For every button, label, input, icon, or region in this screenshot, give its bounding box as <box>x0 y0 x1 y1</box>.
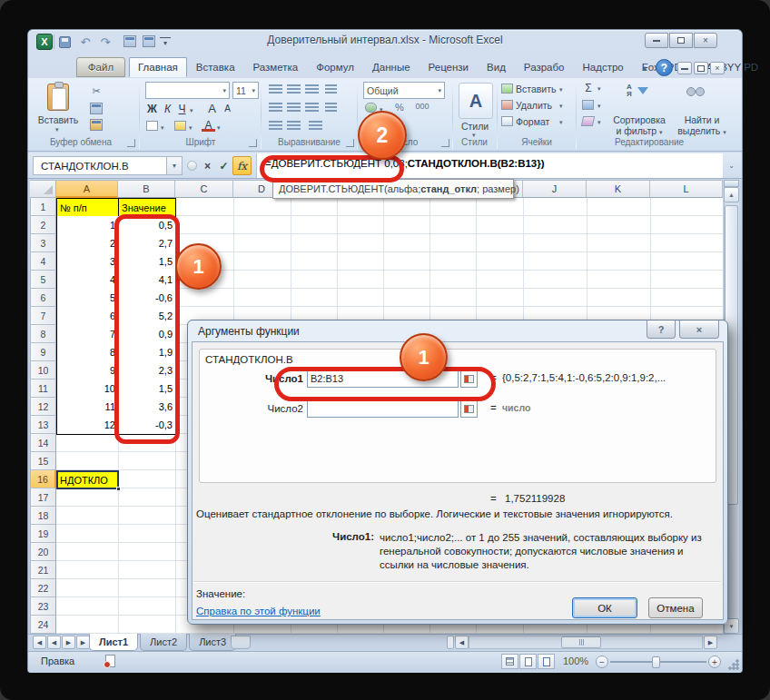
insert-function-button[interactable]: fx <box>232 156 252 175</box>
increase-indent-icon[interactable] <box>287 121 301 131</box>
dialog-close-button[interactable]: × <box>679 320 719 339</box>
orientation-icon[interactable] <box>325 84 337 94</box>
row-header-24[interactable]: 24 <box>30 616 56 634</box>
hscroll-right-button[interactable]: ▶ <box>704 636 717 649</box>
grow-font-button[interactable]: А <box>205 102 219 115</box>
fill-color-icon[interactable] <box>174 121 186 131</box>
cancel-button[interactable]: Отмена <box>648 597 703 618</box>
fill-icon[interactable] <box>582 100 594 110</box>
format-cells-icon[interactable] <box>501 116 513 126</box>
borders-caret-icon[interactable]: ▾ <box>161 124 164 132</box>
align-center-icon[interactable] <box>287 103 301 113</box>
tab-разрабо[interactable]: Разрабо <box>515 57 574 77</box>
tab-рецензи[interactable]: Рецензи <box>420 57 478 77</box>
page-layout-view-button[interactable] <box>519 654 537 669</box>
align-top-icon[interactable] <box>269 84 282 94</box>
tab-split-handle[interactable] <box>447 636 454 649</box>
clipboard-dialog-launcher[interactable] <box>127 139 135 147</box>
row-header-19[interactable]: 19 <box>30 525 56 543</box>
collapse-ribbon-icon[interactable]: ▲ <box>637 62 652 74</box>
styles-button[interactable]: Стили <box>454 121 496 132</box>
delete-cells-caret-icon[interactable]: ▾ <box>559 103 563 110</box>
tab-file[interactable]: Файл <box>76 57 125 77</box>
last-sheet-button[interactable]: ▶ <box>76 636 90 649</box>
merge-center-icon[interactable] <box>325 103 337 113</box>
column-header-K[interactable]: K <box>587 180 650 198</box>
page-break-view-button[interactable] <box>538 654 555 669</box>
percent-style-icon[interactable]: % <box>392 102 407 113</box>
cell-a6[interactable]: 5 <box>56 289 119 308</box>
row-header-21[interactable]: 21 <box>30 561 56 579</box>
next-sheet-button[interactable]: ▶ <box>62 636 75 649</box>
underline-caret-icon[interactable]: ▾ <box>190 107 193 114</box>
sheet-tab-лист2[interactable]: Лист2 <box>140 634 187 651</box>
workbook-close-button[interactable]: × <box>710 62 725 74</box>
tab-главная[interactable]: Главная <box>129 57 187 77</box>
font-dialog-launcher[interactable] <box>249 139 257 147</box>
row-header-16[interactable]: 16 <box>30 470 56 488</box>
row-header-4[interactable]: 4 <box>30 252 56 271</box>
tab-вид[interactable]: Вид <box>478 57 515 77</box>
underline-button[interactable]: Ч <box>175 103 189 115</box>
comma-style-icon[interactable]: 000 <box>410 102 434 111</box>
row-header-5[interactable]: 5 <box>30 271 56 289</box>
cell-a1[interactable]: № п/п <box>56 198 119 217</box>
row-header-2[interactable]: 2 <box>30 216 56 234</box>
insert-cells-button[interactable]: Вставить <box>516 84 558 94</box>
row-header-13[interactable]: 13 <box>30 416 56 434</box>
select-all-corner[interactable] <box>30 180 56 198</box>
column-header-L[interactable]: L <box>650 180 723 198</box>
cell-a4[interactable]: 3 <box>56 252 119 271</box>
row-header-9[interactable]: 9 <box>30 343 56 361</box>
bold-button[interactable]: Ж <box>145 103 159 115</box>
sheet-tab-лист3[interactable]: Лист3 <box>189 634 236 651</box>
row-header-8[interactable]: 8 <box>30 325 56 343</box>
hscroll-left-button[interactable]: ◀ <box>455 636 469 649</box>
cell-a13[interactable]: 12 <box>56 416 119 435</box>
row-header-3[interactable]: 3 <box>30 234 56 252</box>
row-header-17[interactable]: 17 <box>30 488 56 507</box>
ok-button[interactable]: ОК <box>572 597 637 618</box>
column-header-J[interactable]: J <box>523 180 587 198</box>
cell-a9[interactable]: 8 <box>56 343 119 362</box>
format-painter-icon[interactable] <box>90 119 103 131</box>
name-box-dropdown[interactable]: ▼ <box>167 156 183 175</box>
cell-a10[interactable]: 9 <box>56 361 119 380</box>
workbook-minimize-button[interactable] <box>677 62 692 74</box>
cancel-entry-button[interactable]: × <box>200 156 215 175</box>
format-cells-button[interactable]: Формат <box>516 116 558 127</box>
arg2-range-picker-button[interactable] <box>460 399 478 418</box>
macro-record-icon[interactable] <box>105 655 115 667</box>
number-format-combo[interactable]: Общий▾ <box>363 82 445 99</box>
insert-worksheet-tab[interactable] <box>231 636 251 649</box>
number-dialog-launcher[interactable] <box>441 139 449 147</box>
sort-filter-icon[interactable]: АЯ <box>627 84 632 98</box>
paste-caret-icon[interactable]: ▾ <box>55 126 59 133</box>
align-middle-icon[interactable] <box>287 84 301 94</box>
minimize-button[interactable] <box>645 33 668 48</box>
cut-icon[interactable]: ✂ <box>89 85 104 97</box>
paste-button[interactable]: Вставить <box>35 114 82 125</box>
enter-entry-button[interactable]: ✓ <box>216 156 232 175</box>
decrease-indent-icon[interactable] <box>269 121 282 131</box>
row-header-14[interactable]: 14 <box>30 434 56 452</box>
dialog-help-link[interactable]: Справка по этой функции <box>196 606 321 616</box>
column-header-B[interactable]: B <box>118 180 175 198</box>
insert-cells-icon[interactable] <box>501 84 513 94</box>
align-right-icon[interactable] <box>305 103 319 113</box>
tab-данные[interactable]: Данные <box>363 57 420 77</box>
expand-formula-bar-icon[interactable]: ⌄ <box>725 156 738 175</box>
row-header-7[interactable]: 7 <box>30 307 56 325</box>
paste-icon[interactable] <box>47 84 69 111</box>
autosum-caret-icon[interactable]: ▾ <box>597 85 601 93</box>
clear-icon[interactable] <box>581 116 595 126</box>
fill-caret2-icon[interactable]: ▾ <box>597 103 601 110</box>
prev-sheet-button[interactable]: ◀ <box>47 636 61 649</box>
fill-caret-icon[interactable]: ▾ <box>189 124 192 132</box>
shrink-font-button[interactable]: А <box>221 104 234 113</box>
italic-button[interactable]: К <box>161 103 174 115</box>
row-header-6[interactable]: 6 <box>30 289 56 307</box>
row-header-20[interactable]: 20 <box>30 543 56 561</box>
cell-a8[interactable]: 7 <box>56 325 119 344</box>
row-header-12[interactable]: 12 <box>30 398 56 416</box>
